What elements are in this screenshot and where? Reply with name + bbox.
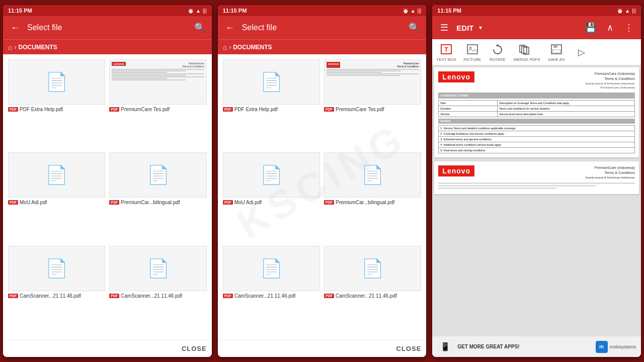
time-3: 11:15 PM [437,8,461,14]
more-tools-icon: ▷ [574,45,590,59]
search-button-2[interactable]: 🔍 [407,21,421,35]
thumb-2-3: 📄 [223,152,320,198]
doc-table-2: 1. Service Terms and detailed conditions… [438,125,635,153]
alarm-icon: ⏰ [188,8,194,14]
status-icons-1: ⏰ ▲ ||| [188,8,207,14]
thumb-lenovo-2: Lenovo PremiumCare Terms & Conditions [110,60,206,104]
close-button-2[interactable]: CLOSE [396,345,422,352]
app-bar-1: ← Select file 🔍 [3,16,212,39]
file-thumb-3: 📄 [8,152,105,198]
file-item-2[interactable]: Lenovo PremiumCare Terms & Conditions [109,59,206,148]
rotate-tool[interactable]: ROTATE [489,42,507,62]
bottom-bar-1: CLOSE [3,340,212,357]
mobi-logo: m mobisystems [596,341,636,353]
status-bar-1: 11:15 PM ⏰ ▲ ||| [3,5,212,16]
file-name-6: PDF CamScanner...21 11.46.pdf [109,293,206,299]
close-button-1[interactable]: CLOSE [182,345,207,352]
dropdown-icon[interactable]: ▾ [479,24,482,31]
phone-panel-3: 11:15 PM ⏰ ▲ ||| ☰ EDIT ▾ 💾 ∧ ⋮ T TEXT B… [432,5,641,357]
pdf-large-icon-1: 📄 [45,71,68,93]
table-header-2: TERMS [438,119,635,124]
search-button-1[interactable]: 🔍 [193,21,207,35]
doc-table-1: Plan Description of Coverage Terms and C… [438,100,635,117]
time-2: 11:15 PM [223,8,247,14]
thumb-2-6: 📄 [324,246,421,291]
status-bar-2: 11:15 PM ⏰ ▲ ||| [218,5,427,16]
home-icon-1: ⌂ [8,43,12,51]
folder-name-2: DOCUMENTS [233,44,272,51]
file-item-2-3[interactable]: 📄 PDF MoU Adi.pdf [223,152,320,241]
file-name-3: PDF MoU Adi.pdf [8,200,105,205]
textbox-tool[interactable]: T TEXT BOX [436,42,456,62]
status-icons-2: ⏰ ▲ ||| [403,8,422,14]
file-thumb-2: Lenovo PremiumCare Terms & Conditions [109,59,206,105]
thumb-2-5: 📄 [223,246,320,291]
lenovo-logo-1: Lenovo [438,71,474,82]
up-button[interactable]: ∧ [603,21,617,35]
file-grid-2: 📄 PDF PDF Extra Help.pdf Lenovo PremiumC… [218,54,427,340]
wifi-icon: ||| [203,8,207,14]
svg-text:T: T [444,46,448,53]
phone-icon: 📱 [437,339,453,355]
signal-icon: ▲ [196,8,201,14]
file-thumb-4: 📄 [109,152,206,198]
file-thumb-6: 📄 [109,246,206,291]
table-header-1: COVERAGE TERMS [438,93,635,99]
app-bar-preview: ☰ EDIT ▾ 💾 ∧ ⋮ [432,16,641,39]
file-item-4[interactable]: 📄 PDF PremiumCar...bilingual.pdf [109,152,206,241]
back-button-1[interactable]: ← [8,21,22,35]
pdf-page-1: Lenovo PremiumCare (Indonesia) Terms & C… [434,67,639,157]
pdf-badge-4: PDF [109,200,119,205]
file-item-3[interactable]: 📄 PDF MoU Adi.pdf [8,152,105,241]
thumb-logo-2: Lenovo [112,62,125,66]
svg-marker-4 [496,44,500,46]
file-item-2-4[interactable]: 📄 PDF PremiumCar...bilingual.pdf [324,152,421,241]
svg-rect-9 [553,45,557,48]
app-bar-2: ← Select file 🔍 [218,16,427,39]
file-item-6[interactable]: 📄 PDF CamScanner...21 11.46.pdf [109,246,206,335]
svg-rect-10 [552,50,560,53]
saveas-tool[interactable]: SAVE AS [547,42,566,62]
save-button-preview[interactable]: 💾 [584,21,598,35]
phone-panel-1: 11:15 PM ⏰ ▲ ||| ← Select file 🔍 ⌂ › DOC… [3,5,212,357]
thumb-2-1: 📄 [223,59,320,105]
mobi-icon: m [596,341,608,353]
file-thumb-5: 📄 [8,246,105,291]
picture-tool[interactable]: PICTURE [463,42,481,62]
file-item-2-2[interactable]: Lenovo PremiumCareTerms & Conditions PDF… [324,59,421,148]
folder-name-1: DOCUMENTS [18,44,57,51]
lenovo-logo-2: Lenovo [438,165,474,176]
lenovo-title-1: PremiumCare (Indonesia) Terms & Conditio… [585,71,635,89]
file-item-1[interactable]: 📄 PDF PDF Extra Help.pdf [8,59,105,148]
file-grid-1: 📄 PDF PDF Extra Help.pdf Lenovo PremiumC… [3,54,212,340]
mergepdfs-tool[interactable]: MERGE PDFS [514,42,540,62]
home-icon-2: ⌂ [223,43,227,51]
thumb-2-2: Lenovo PremiumCareTerms & Conditions [324,59,421,105]
edit-toolbar: T TEXT BOX PICTURE ROTATE [432,39,641,65]
status-bar-3: 11:15 PM ⏰ ▲ ||| [432,5,641,16]
menu-button[interactable]: ☰ [437,21,451,35]
textbox-icon: T [438,42,454,56]
time-1: 11:15 PM [8,8,32,14]
more-tools[interactable]: ▷ [573,45,591,59]
file-item-2-6[interactable]: 📄 PDF CamScanner...21 11.46.pdf [324,246,421,335]
pdf-badge-3: PDF [8,200,18,205]
file-item-5[interactable]: 📄 PDF CamScanner...21 11.46.pdf [8,246,105,335]
edit-label[interactable]: EDIT [456,24,473,32]
file-item-2-5[interactable]: 📄 PDF CamScanner...21 11.46.pdf [223,246,320,335]
file-name-5: PDF CamScanner...21 11.46.pdf [8,293,105,299]
pdf-badge-6: PDF [109,294,119,298]
phone-panel-2: 11:15 PM ⏰ ▲ ||| ← Select file 🔍 ⌂ › DOC… [218,5,427,357]
ad-text: GET MORE GREAT APPS! [457,344,519,349]
pdf-badge-5: PDF [8,294,18,298]
pdf-large-icon-5: 📄 [45,258,68,279]
bottom-bar-2: CLOSE [218,340,427,357]
pdf-preview: Lenovo PremiumCare (Indonesia) Terms & C… [432,65,641,336]
ad-banner[interactable]: 📱 GET MORE GREAT APPS! m mobisystems [432,336,641,357]
more-options-button[interactable]: ⋮ [622,21,636,35]
file-item-2-1[interactable]: 📄 PDF PDF Extra Help.pdf [223,59,320,148]
pdf-large-icon-3: 📄 [45,164,68,186]
saveas-icon [548,42,565,56]
back-button-2[interactable]: ← [223,21,237,35]
pdf-badge-2: PDF [109,107,119,112]
